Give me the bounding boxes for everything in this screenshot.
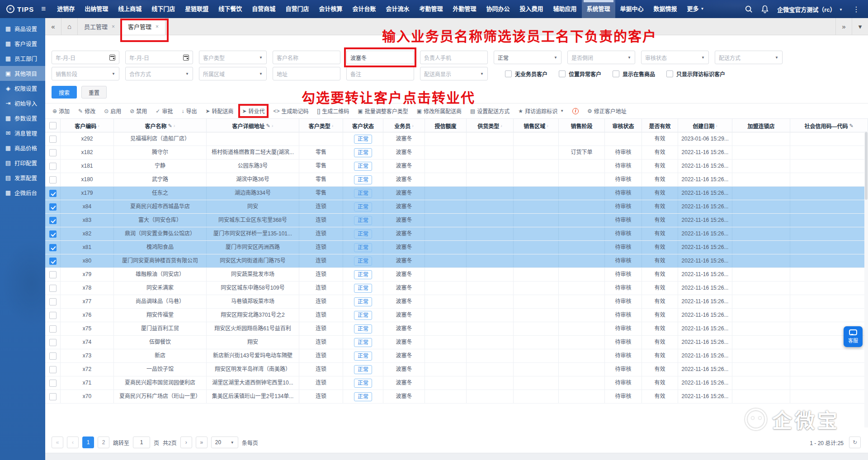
first-page-button[interactable]: « — [52, 437, 63, 448]
row-checkbox[interactable] — [49, 163, 57, 170]
checkbox-icon[interactable] — [505, 70, 512, 77]
page-number-button[interactable]: 2 — [98, 437, 109, 448]
toolbar-action[interactable]: ➤ 转配送商 — [205, 107, 233, 115]
nav-item[interactable]: 线下餐饮 — [213, 0, 247, 18]
toolbar-action[interactable]: ▣ 修改所属配送商 — [417, 107, 462, 115]
table-row[interactable]: x78 同安禾满家 同安区城东中路58号109号 连锁 正常 波塞冬 — [45, 282, 868, 295]
nav-item[interactable]: 会计台账 — [347, 0, 381, 18]
table-row[interactable]: x73 新店 新店新兴街143号爱玛电动车隔壁 连锁 正常 波塞冬 — [45, 349, 868, 363]
toolbar-action[interactable]: ⊕ 添加 — [52, 107, 70, 115]
column-header[interactable]: 加盟连锁店 — [732, 119, 790, 132]
page-number-button[interactable]: 1 — [82, 437, 94, 448]
search-icon[interactable] — [745, 5, 753, 13]
table-row[interactable]: x292 见福福利店（造船厂店） 正常 波塞冬 — [45, 132, 868, 146]
table-row[interactable]: x182 腾守尔 梧村街道格燃教育二轻大厦(湖滨... 零售 正常 波塞冬 订 — [45, 146, 868, 160]
tabs-forward-button[interactable]: » — [835, 18, 852, 35]
sort-icon[interactable]: › — [412, 123, 414, 128]
prev-page-button[interactable]: ‹ — [67, 437, 79, 448]
page-size-select[interactable]: 20 ▼ — [211, 437, 238, 448]
filter-field[interactable]: 年-月-日 — [125, 51, 193, 64]
toolbar-action[interactable]: ↓ 导出 — [181, 107, 197, 115]
filter-field[interactable]: 审核状态 ▼ — [641, 51, 709, 64]
row-checkbox[interactable] — [49, 285, 57, 292]
row-checkbox[interactable] — [49, 217, 57, 224]
account-menu[interactable]: 企微宝官方测试（rc） ▼ — [777, 5, 843, 14]
hamburger-icon[interactable]: ≡ — [41, 5, 46, 14]
column-header[interactable]: 授信额度 — [425, 119, 467, 132]
row-checkbox[interactable] — [49, 393, 57, 400]
sidebar-item[interactable]: ▦ 参数设置 — [0, 111, 45, 126]
sidebar-item[interactable]: ▤ 打印配置 — [0, 155, 45, 170]
toolbar-action[interactable]: ▣ 批量调整客户类型 — [358, 107, 408, 115]
toolbar-action[interactable]: ★ 拜访追踪标识 ▼ — [518, 107, 564, 115]
row-checkbox[interactable] — [49, 149, 57, 156]
nav-item[interactable]: 星链联盟 — [180, 0, 213, 18]
checkbox-icon[interactable] — [559, 70, 566, 77]
nav-item[interactable]: 系统管理 — [582, 0, 615, 18]
filter-field[interactable]: 备注 — [346, 67, 414, 80]
toolbar-action[interactable]: ⚙ 修正客户地址 — [587, 107, 627, 115]
sidebar-item[interactable]: ✉ 消息管理 — [0, 126, 45, 141]
sidebar-item[interactable]: ▦ 商品价格 — [0, 141, 45, 155]
sidebar-item[interactable]: ▦ 商品设置 — [0, 21, 45, 36]
row-checkbox[interactable] — [49, 258, 57, 265]
row-checkbox[interactable] — [49, 244, 57, 251]
filter-field[interactable]: 地址 — [273, 67, 340, 80]
column-header[interactable]: 客户状态 — [343, 119, 383, 132]
filter-checkbox[interactable]: 显示在售商品 — [613, 70, 655, 78]
nav-item[interactable]: 自营门店 — [280, 0, 314, 18]
toolbar-action[interactable]: ⊙ 启用 — [104, 107, 121, 115]
tabs-list-button[interactable]: ▾ — [852, 18, 868, 35]
toolbar-action[interactable]: ✎ 修改 — [78, 107, 95, 115]
sidebar-item[interactable]: ⇥ 初始导入 — [0, 96, 45, 111]
filter-field[interactable]: 客户名称 — [273, 51, 340, 64]
nav-item-more[interactable]: 更多▼ — [682, 0, 709, 18]
sort-icon[interactable]: › — [98, 123, 99, 128]
sidebar-item[interactable]: ◈ 权限设置 — [0, 81, 45, 96]
filter-field[interactable]: 负责人手机 — [420, 51, 488, 64]
column-header[interactable]: 审核状态 — [605, 119, 642, 132]
row-checkbox[interactable] — [49, 325, 57, 333]
table-row[interactable]: x82 鼎润（同安置业舞弘公馆店） 厦门市同安区祥桥一里135-101... 连… — [45, 227, 868, 241]
filter-field[interactable]: 所属区域 ▼ — [199, 67, 267, 80]
filter-field[interactable]: 合作方式 ▼ — [125, 67, 193, 80]
toolbar-action[interactable]: i — [572, 108, 579, 114]
column-header[interactable]: 供货类型 › — [467, 119, 514, 132]
nav-item[interactable]: 投入费用 — [514, 0, 548, 18]
row-checkbox[interactable] — [49, 271, 57, 278]
select-all-checkbox[interactable] — [49, 122, 57, 129]
sidebar-item[interactable]: ▣ 其他项目 — [0, 66, 45, 81]
column-header[interactable]: 是否有效 — [642, 119, 678, 132]
nav-item[interactable]: 自营商城 — [247, 0, 280, 18]
table-row[interactable]: x75 厦门益百利工贸 翔安区火炬园翔岳路61号益百利 连锁 正常 波塞冬 — [45, 322, 868, 336]
sidebar-item[interactable]: ▦ 客户设置 — [0, 36, 45, 51]
toolbar-action[interactable]: [] 生成二维码 — [317, 107, 349, 115]
column-header[interactable]: 客户类型 › — [299, 119, 343, 132]
row-checkbox[interactable] — [49, 176, 57, 183]
page-tab[interactable]: 员工管理 × — [78, 18, 122, 35]
sort-icon[interactable]: › — [332, 123, 334, 128]
filter-field[interactable]: 销售阶段 ▼ — [52, 67, 119, 80]
vertical-scrollbar[interactable] — [864, 131, 868, 427]
nav-item[interactable]: 线下门店 — [146, 0, 180, 18]
sort-icon[interactable]: › — [272, 123, 274, 128]
bell-icon[interactable] — [761, 5, 769, 13]
search-button[interactable]: 搜索 — [52, 86, 77, 99]
nav-item[interactable]: 外勤管理 — [448, 0, 481, 18]
table-row[interactable]: x70 夏商民兴万科广场店（珩山一里） 集美区后溪镇珩山一里2号134单... … — [45, 390, 868, 404]
nav-item[interactable]: 协同办公 — [481, 0, 514, 18]
column-header[interactable]: 社会信用码—代码 ✎ — [790, 119, 868, 132]
jump-page-input[interactable]: 1 — [133, 437, 150, 448]
reset-button[interactable]: 重置 — [81, 86, 107, 99]
tabs-collapse-button[interactable]: « — [45, 18, 61, 35]
sidebar-item[interactable]: ▤ 发票配置 — [0, 170, 45, 185]
toolbar-action[interactable]: <> 生成助记码 — [274, 107, 309, 115]
nav-item[interactable]: 会计流水 — [381, 0, 414, 18]
home-icon[interactable]: ⌂ — [61, 18, 78, 35]
column-header[interactable]: 创建日期 › — [678, 119, 732, 132]
filter-field[interactable]: 配送方式 ▼ — [715, 51, 783, 64]
nav-item[interactable]: 出纳管理 — [80, 0, 113, 18]
column-header[interactable]: 业务员 › — [383, 119, 425, 132]
toolbar-action[interactable]: ⊘ 禁用 — [130, 107, 147, 115]
filter-field[interactable]: 波塞冬 — [346, 51, 414, 64]
